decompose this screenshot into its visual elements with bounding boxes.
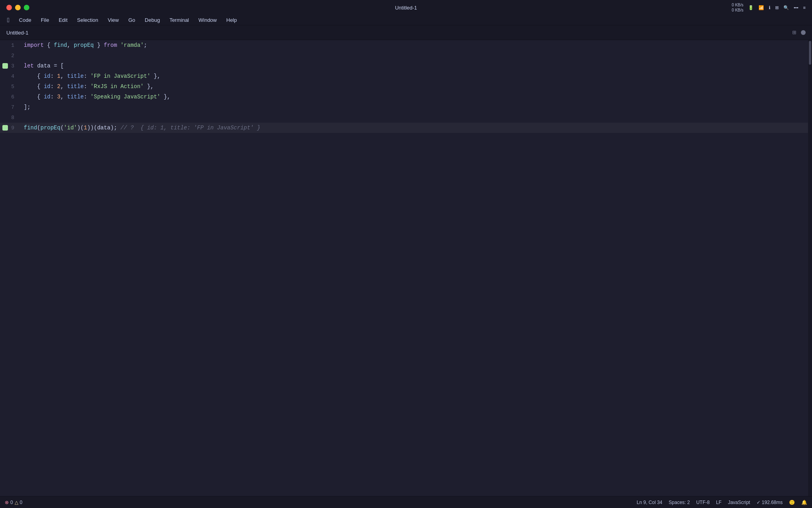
statusbar-right: Ln 9, Col 34 Spaces: 2 UTF-8 LF JavaScri… xyxy=(637,500,807,505)
line-2: 2 xyxy=(0,50,808,61)
menu-file[interactable]: File xyxy=(37,16,53,24)
apple-menu[interactable]:  xyxy=(3,17,13,24)
encoding[interactable]: UTF-8 xyxy=(696,500,710,505)
wifi-icon: 📶 xyxy=(758,5,764,10)
line-4: 4 { id: 1, title: 'FP in JavaScript' }, xyxy=(0,71,808,81)
line-content-6[interactable]: { id: 3, title: 'Speaking JavaScript' }, xyxy=(24,92,808,102)
control-center-icon: ⊞ xyxy=(775,5,779,10)
line-number-1: 1 xyxy=(0,42,24,48)
error-icon: ⊗ xyxy=(5,500,9,505)
list-icon: ≡ xyxy=(803,5,806,10)
traffic-lights xyxy=(6,5,29,10)
menu-help[interactable]: Help xyxy=(222,16,241,24)
warning-icon: △ xyxy=(15,500,18,505)
more-icon: ••• xyxy=(794,5,799,10)
statusbar: ⊗ 0 △ 0 Ln 9, Col 34 Spaces: 2 UTF-8 LF … xyxy=(0,496,812,508)
code-editor[interactable]: 1 import { find, propEq } from 'ramda'; … xyxy=(0,40,808,496)
menu-terminal[interactable]: Terminal xyxy=(165,16,193,24)
menu-edit[interactable]: Edit xyxy=(55,16,71,24)
minimize-button[interactable] xyxy=(15,5,21,10)
menu-go[interactable]: Go xyxy=(124,16,139,24)
breakpoint-3[interactable] xyxy=(2,63,8,69)
info-icon: ℹ xyxy=(769,5,770,10)
line-content-5[interactable]: { id: 2, title: 'RxJS in Action' }, xyxy=(24,81,808,92)
split-editor-icon[interactable]: ⊞ xyxy=(792,29,796,37)
breakpoint-9[interactable] xyxy=(2,125,8,131)
line-8: 8 xyxy=(0,112,808,123)
error-count[interactable]: ⊗ 0 △ 0 xyxy=(5,500,22,505)
menu-code[interactable]: Code xyxy=(15,16,35,24)
scrollbar-thumb[interactable] xyxy=(809,41,811,65)
warning-count-value: 0 xyxy=(20,500,23,505)
timing: ✓ 192.68ms xyxy=(756,500,783,505)
menu-view[interactable]: View xyxy=(104,16,123,24)
tab-untitled-1[interactable]: Untitled-1 xyxy=(6,30,29,36)
editor: 1 import { find, propEq } from 'ramda'; … xyxy=(0,40,812,496)
network-stats: 0 KB/s 0 KB/s xyxy=(732,2,743,13)
line-7: 7 ]; xyxy=(0,102,808,112)
line-9: 9 find(propEq('id')(1))(data); // ? { id… xyxy=(0,123,808,133)
cursor-position[interactable]: Ln 9, Col 34 xyxy=(637,500,663,505)
menu-selection[interactable]: Selection xyxy=(73,16,102,24)
line-content-4[interactable]: { id: 1, title: 'FP in JavaScript' }, xyxy=(24,71,808,81)
menubar:  Code File Edit Selection View Go Debug… xyxy=(0,15,812,25)
line-6: 6 { id: 3, title: 'Speaking JavaScript' … xyxy=(0,92,808,102)
statusbar-left: ⊗ 0 △ 0 xyxy=(5,500,22,505)
tabbar: Untitled-1 ⊞ xyxy=(0,25,812,40)
line-1: 1 import { find, propEq } from 'ramda'; xyxy=(0,40,808,50)
line-number-8: 8 xyxy=(0,115,24,121)
line-number-2: 2 xyxy=(0,53,24,59)
menu-window[interactable]: Window xyxy=(195,16,221,24)
vertical-scrollbar[interactable] xyxy=(808,40,812,496)
titlebar: Untitled-1 0 KB/s 0 KB/s 🔋 📶 ℹ ⊞ 🔍 ••• ≡ xyxy=(0,0,812,15)
line-ending[interactable]: LF xyxy=(716,500,722,505)
line-number-6: 6 xyxy=(0,94,24,100)
language-mode[interactable]: JavaScript xyxy=(728,500,750,505)
spotlight-icon: 🔍 xyxy=(783,5,789,10)
line-content-9[interactable]: find(propEq('id')(1))(data); // ? { id: … xyxy=(24,123,808,133)
line-number-5: 5 xyxy=(0,84,24,90)
line-content-3[interactable]: let data = [ xyxy=(24,61,808,71)
line-5: 5 { id: 2, title: 'RxJS in Action' }, xyxy=(0,81,808,92)
menu-debug[interactable]: Debug xyxy=(141,16,164,24)
battery-icon: 🔋 xyxy=(748,5,754,10)
line-content-1[interactable]: import { find, propEq } from 'ramda'; xyxy=(24,40,808,50)
maximize-button[interactable] xyxy=(24,5,29,10)
smiley-icon[interactable]: 🙂 xyxy=(789,500,795,505)
tabbar-actions: ⊞ xyxy=(792,29,806,37)
dirty-indicator xyxy=(801,30,806,35)
line-content-7[interactable]: ]; xyxy=(24,102,808,112)
line-3: 3 let data = [ xyxy=(0,61,808,71)
tab-list: Untitled-1 xyxy=(6,30,29,36)
line-number-4: 4 xyxy=(0,73,24,79)
indentation[interactable]: Spaces: 2 xyxy=(669,500,690,505)
window-title: Untitled-1 xyxy=(395,5,417,11)
close-button[interactable] xyxy=(6,5,12,10)
error-count-value: 0 xyxy=(10,500,13,505)
line-number-7: 7 xyxy=(0,104,24,110)
titlebar-right: 0 KB/s 0 KB/s 🔋 📶 ℹ ⊞ 🔍 ••• ≡ xyxy=(732,2,806,13)
notification-icon[interactable]: 🔔 xyxy=(801,500,807,505)
